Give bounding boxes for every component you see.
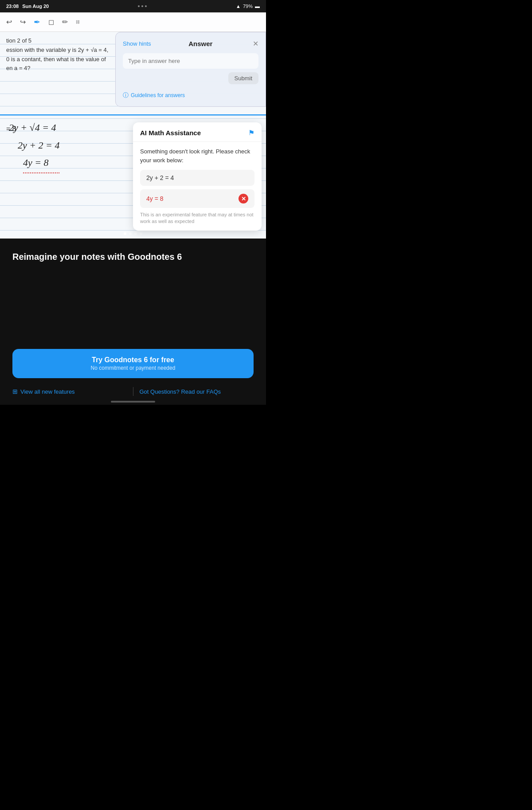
view-features-label: View all new features xyxy=(20,388,75,395)
try-btn-sub: No commitment or payment needed xyxy=(20,365,246,371)
guidelines-label: Guidelines for answers xyxy=(131,92,185,98)
ai-eq1: 2y + 2 = 4 xyxy=(140,170,254,186)
ai-eq2: 4y = 8 ✕ xyxy=(140,189,254,208)
carousel-dot-2[interactable] xyxy=(129,232,132,235)
question-text: tion 2 of 5 ession with the variable y i… xyxy=(6,36,108,73)
faqs-label: Read our FAQs xyxy=(181,388,221,395)
battery-icon: ▬ xyxy=(255,4,260,9)
answer-header: Show hints Answer ✕ xyxy=(123,39,258,48)
error-icon: ✕ xyxy=(239,194,248,203)
flag-icon[interactable]: ⚑ xyxy=(248,129,254,137)
hw-line2: 2y + 2 = 4 xyxy=(18,137,59,154)
try-goodnotes-button[interactable]: Try Goodnotes 6 for free No commitment o… xyxy=(12,349,254,378)
error-x: ✕ xyxy=(241,196,246,202)
blue-divider-thin xyxy=(0,115,266,116)
promo-section: Reimagine your notes with Goodnotes 6 Tr… xyxy=(0,239,266,405)
home-indicator xyxy=(111,401,155,403)
try-btn-title: Try Goodnotes 6 for free xyxy=(20,356,246,364)
carousel-dot-3[interactable] xyxy=(134,232,137,235)
answer-title: Answer xyxy=(151,40,250,47)
view-features-link[interactable]: ⊞ View all new features xyxy=(12,388,127,395)
ai-card-title: AI Math Assistance xyxy=(140,129,201,137)
ai-check-text: Something doesn't look right. Please che… xyxy=(140,147,254,164)
undo-button[interactable]: ↩ xyxy=(4,16,14,28)
battery-percentage: 79% xyxy=(243,4,253,9)
status-right: ▲ 79% ▬ xyxy=(236,4,260,9)
ai-math-card: AI Math Assistance ⚑ Something doesn't l… xyxy=(133,122,262,231)
wifi-icon: ▲ xyxy=(236,4,241,9)
submit-button[interactable]: Submit xyxy=(228,72,258,84)
external-link-icon: ⊞ xyxy=(12,388,18,395)
promo-title: Reimagine your notes with Goodnotes 6 xyxy=(12,251,254,262)
show-hints-button[interactable]: Show hints xyxy=(123,40,151,47)
question-line1: ession with the variable y is 2y + √a = … xyxy=(6,46,108,55)
eraser-tool-button[interactable]: ◻ xyxy=(47,16,56,28)
redo-button[interactable]: ↪ xyxy=(18,16,27,28)
handwriting-area: 2y + √4 = 4 2y + 2 = 4 4y = 8 xyxy=(9,119,59,173)
guidelines-link[interactable]: ⓘ Guidelines for answers xyxy=(123,88,258,99)
carousel-dot-4[interactable] xyxy=(140,232,142,235)
hw-line3: 4y = 8 xyxy=(23,154,59,173)
question-line3: en a = 4? xyxy=(6,64,108,73)
status-dots xyxy=(138,5,147,7)
pen-tool-button[interactable]: ✒ xyxy=(32,16,42,29)
carousel-dots xyxy=(0,232,266,235)
faq-link[interactable]: Got Questions? Read our FAQs xyxy=(140,388,254,395)
promo-divider xyxy=(133,387,133,396)
highlight-tool-button[interactable]: ⌗ xyxy=(74,16,82,28)
answer-panel: Show hints Answer ✕ Submit ⓘ Guidelines … xyxy=(115,32,266,107)
got-questions-label: Got Questions? xyxy=(140,388,180,395)
answer-input[interactable] xyxy=(123,53,258,69)
info-icon: ⓘ xyxy=(123,91,129,99)
ai-disclaimer: This is an experimental feature that may… xyxy=(140,211,254,225)
ai-card-body: Something doesn't look right. Please che… xyxy=(133,142,262,231)
status-time: 23:08 xyxy=(6,4,19,9)
app-area: ↩ ↪ ✒ ◻ ✏ ⌗ tion 2 of 5 ession with the … xyxy=(0,12,266,239)
ai-card-header: AI Math Assistance ⚑ xyxy=(133,122,262,142)
close-answer-button[interactable]: ✕ xyxy=(253,39,258,48)
toolbar: ↩ ↪ ✒ ◻ ✏ ⌗ xyxy=(0,12,266,32)
section-label: tion 2 of 5 xyxy=(6,36,108,46)
promo-links: ⊞ View all new features Got Questions? R… xyxy=(12,387,254,396)
question-line2: 0 is a contant, then what is the value o… xyxy=(6,55,108,64)
hw-line1: 2y + √4 = 4 xyxy=(9,119,59,137)
carousel-dot-1[interactable] xyxy=(124,232,126,235)
pencil-tool-button[interactable]: ✏ xyxy=(60,16,70,28)
status-date: Sun Aug 20 xyxy=(22,4,49,9)
ai-eq2-text: 4y = 8 xyxy=(146,195,164,202)
status-bar: 23:08 Sun Aug 20 ▲ 79% ▬ xyxy=(0,0,266,12)
